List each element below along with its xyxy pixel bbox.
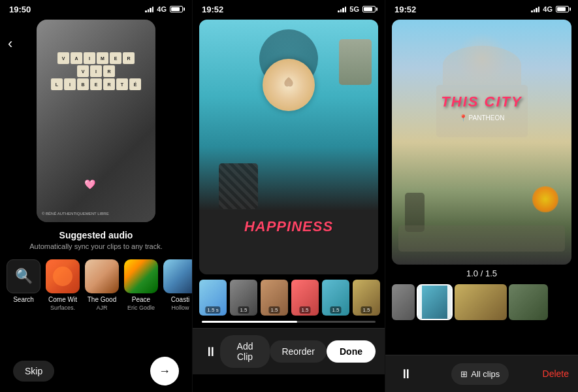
coastal-artist: Hollow (171, 304, 189, 311)
panel2-controls: ⏸ Add Clip Reorder Done (193, 328, 385, 374)
clip-thumb-1[interactable]: 1.5 s (199, 280, 227, 316)
location-pin-icon: 📍 (459, 114, 467, 122)
back-button[interactable]: ‹ (8, 35, 12, 52)
clip-duration-2: 1.5 (238, 306, 249, 314)
delete-button[interactable]: Delete (543, 363, 569, 385)
coffee-scene (199, 20, 378, 274)
audio-track-peace[interactable]: Peace Eric Godle (124, 259, 158, 311)
scrabble-tiles: V A I M E R V I R L I B E R (51, 52, 141, 90)
photo-credit: © BÉNÉ AUTHENTIQUEMENT LIBRE (42, 212, 109, 216)
clip-duration-6: 1.5 (361, 306, 372, 314)
timeline-strip (385, 281, 578, 323)
skip-button[interactable]: Skip (13, 361, 54, 382)
panel-trim: 19:52 4G THIS CITY 📍 PA (385, 0, 578, 392)
peace-art (124, 259, 158, 293)
all-clips-label: All clips (471, 369, 500, 379)
done-button[interactable]: Done (327, 340, 376, 363)
panel-suggested-audio: 19:50 4G ‹ V A I M E (0, 0, 193, 392)
audio-track-search[interactable]: 🔍 Search (7, 259, 40, 311)
pantheon-scene (392, 20, 571, 265)
panel3-controls: ⏸ ⊞ All clips Delete (385, 355, 578, 392)
next-button[interactable]: → (150, 357, 179, 385)
timeline-clip-1[interactable] (392, 284, 415, 320)
sun-shape (532, 186, 558, 212)
play-pause-button[interactable]: ⏸ (202, 340, 220, 363)
timeline-clip-4[interactable] (509, 284, 548, 320)
clip-duration-3: 1.5 (268, 306, 280, 314)
search-track-icon: 🔍 (7, 259, 40, 293)
come-with-name: Come Wit (48, 296, 77, 303)
suggested-audio-section: Suggested audio Automatically sync your … (0, 222, 192, 254)
suggested-audio-title: Suggested audio (9, 230, 183, 240)
audio-tracks-list: 🔍 Search Come Wit Surfaces. The Good AJR… (0, 254, 192, 316)
grid-icon: ⊞ (460, 369, 468, 379)
panel-video-clips: 19:52 5G (193, 0, 385, 392)
status-bar-2: 19:52 5G (193, 0, 385, 17)
signal-icon-2 (338, 6, 346, 12)
status-icons-3: 4G (531, 5, 569, 13)
audio-track-coastal[interactable]: Coasti Hollow (163, 259, 192, 311)
status-bar-3: 19:52 4G (385, 0, 578, 17)
peace-name: Peace (132, 296, 150, 303)
happiness-overlay: HAPPINESS (244, 218, 333, 235)
time-3: 19:52 (394, 5, 416, 14)
progress-track[interactable] (202, 321, 376, 323)
clip-duration-5: 1.5 (330, 306, 341, 314)
preview-image-2: HAPPINESS (199, 20, 378, 274)
the-good-art (85, 259, 119, 293)
preview-image-1: V A I M E R V I R L I B E R (37, 20, 155, 222)
heart-pin: 🩷 (84, 179, 95, 189)
battery-icon-2 (362, 6, 376, 12)
network-2: 5G (349, 5, 359, 13)
battery-icon-3 (556, 6, 569, 12)
search-track-label: Search (13, 296, 34, 303)
clip-thumb-4[interactable]: 1.5 (291, 280, 319, 316)
timeline-clip-2[interactable] (417, 284, 453, 320)
add-clip-button[interactable]: Add Clip (220, 335, 270, 368)
coastal-name: Coasti (171, 296, 189, 303)
suggested-audio-subtitle: Automatically sync your clips to any tra… (9, 242, 183, 250)
time-2: 19:52 (202, 5, 223, 14)
battery-icon-1 (170, 6, 183, 12)
preview-image-3: THIS CITY 📍 PANTHEON (392, 20, 571, 265)
location-label: 📍 PANTHEON (459, 114, 505, 122)
the-good-name: The Good (88, 296, 116, 303)
play-pause-button-3[interactable]: ⏸ (394, 362, 418, 385)
status-icons-2: 5G (338, 5, 376, 13)
come-with-artist: Surfaces. (50, 304, 75, 311)
reorder-button[interactable]: Reorder (270, 340, 327, 363)
peace-artist: Eric Godle (127, 304, 155, 311)
network-3: 4G (543, 5, 553, 13)
audio-track-come-with[interactable]: Come Wit Surfaces. (46, 259, 80, 311)
signal-icon-3 (531, 6, 539, 12)
signal-icon-1 (145, 6, 153, 12)
coastal-art (163, 259, 192, 293)
clip-duration-4: 1.5 (299, 306, 310, 314)
progress-fill (202, 321, 297, 323)
clip-thumb-3[interactable]: 1.5 (261, 280, 288, 316)
preview-content-1: V A I M E R V I R L I B E R (37, 20, 155, 222)
the-good-artist: AJR (96, 304, 107, 311)
status-icons-1: 4G (145, 5, 183, 13)
clip-thumb-6[interactable]: 1.5 (353, 280, 380, 316)
time-1: 19:50 (9, 5, 31, 14)
location-name: PANTHEON (469, 114, 505, 122)
progress-bar-area[interactable] (193, 321, 385, 328)
this-city-overlay: THIS CITY (441, 93, 522, 110)
network-1: 4G (157, 5, 167, 13)
all-clips-button[interactable]: ⊞ All clips (451, 363, 509, 385)
clips-strip: 1.5 s 1.5 1.5 1.5 1.5 1.5 (193, 274, 385, 321)
audio-track-the-good[interactable]: The Good AJR (85, 259, 119, 311)
trim-counter: 1.0 / 1.5 (385, 265, 578, 281)
status-bar-1: 19:50 4G (0, 0, 192, 17)
clip-thumb-2[interactable]: 1.5 (230, 280, 257, 316)
timeline-clip-3[interactable] (455, 284, 507, 320)
clip-thumb-5[interactable]: 1.5 (322, 280, 349, 316)
clip-duration-1: 1.5 s (205, 306, 220, 314)
panel1-bottom-controls: Skip → (0, 350, 192, 392)
come-with-art (46, 259, 80, 293)
search-icon: 🔍 (15, 268, 33, 285)
